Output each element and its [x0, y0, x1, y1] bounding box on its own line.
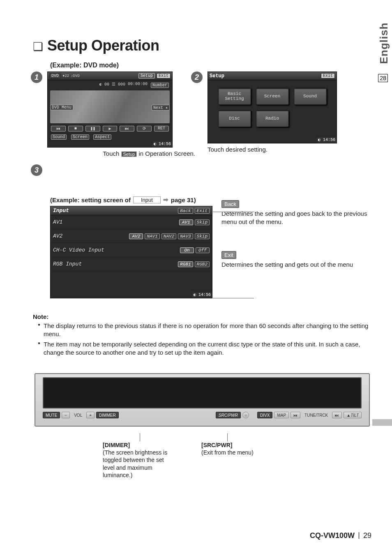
- av2-skip-button[interactable]: Skip: [195, 233, 210, 239]
- screen-tile[interactable]: Screen: [256, 88, 289, 105]
- aspect-button[interactable]: Aspect: [93, 134, 111, 140]
- device-front-panel: MUTE − VOL + DIMMER SRC/PWR ○ DIVX MAP ⏮…: [35, 373, 370, 427]
- sound-tile[interactable]: Sound: [294, 88, 327, 105]
- chc-label: CH-C Video Input: [53, 247, 104, 253]
- note-dvd-icon: ♪DVD: [71, 74, 80, 78]
- input-title: Input: [53, 208, 69, 214]
- av2-av2-button[interactable]: AV2: [129, 233, 143, 239]
- setup-exit-button[interactable]: Exit: [321, 73, 335, 78]
- clock-3: ◐ 14:56: [192, 292, 212, 298]
- vol-up-button[interactable]: +: [86, 412, 95, 418]
- page-number: 29: [363, 531, 371, 540]
- mute-button[interactable]: MUTE: [43, 412, 60, 418]
- input-exit-button[interactable]: Exit: [195, 208, 210, 214]
- input-setting-screen: Input Back Exit AV1 AV1 Skip: [50, 206, 212, 298]
- chapter-indicator: ◐ 00: [99, 82, 109, 89]
- loop-button[interactable]: ⟳: [137, 126, 152, 132]
- note-block: Note: The display returns to the previou…: [33, 313, 371, 357]
- next-button[interactable]: Next ▸: [152, 105, 170, 111]
- back-description: Determines the setting and goes back to …: [221, 210, 371, 226]
- note-title: Note:: [33, 313, 48, 320]
- rgb-label: RGB Input: [53, 261, 82, 267]
- input-back-button[interactable]: Back: [178, 208, 193, 214]
- play-button[interactable]: ▶: [103, 126, 118, 132]
- page-footer: CQ-VW100W 29: [310, 531, 371, 540]
- prev-track-button[interactable]: ⏮: [51, 126, 66, 132]
- step3-pre: (Example: setting screen of: [50, 196, 131, 203]
- note-item-2: The item may not be temporarily selected…: [38, 340, 371, 357]
- step1-caption: Touch Setup in Operation Screen.: [47, 150, 195, 157]
- clock-2: ◐ 14:56: [317, 137, 337, 143]
- page-title-row: ❏ Setup Operation: [33, 37, 371, 54]
- sound-button[interactable]: Sound: [51, 134, 67, 140]
- next-track-button[interactable]: ⏭: [120, 126, 134, 132]
- vol-down-button[interactable]: −: [62, 412, 70, 418]
- input-box-label: Input: [133, 196, 161, 203]
- src-legend-title: [SRC/PWR]: [201, 441, 254, 449]
- setup-menu-screen: Setup Exit Basic Setting Screen Sound Di…: [208, 72, 337, 143]
- pause-button[interactable]: ❚❚: [85, 126, 100, 132]
- av1-skip-button[interactable]: Skip: [195, 219, 210, 225]
- note-item-1: The display returns to the previous stat…: [38, 322, 371, 339]
- exit-connector-line: [213, 298, 254, 298]
- tune-prev-button[interactable]: ⏮: [291, 412, 300, 418]
- step2-caption: Touch desired setting.: [208, 146, 349, 153]
- title-indicator: ☰ 000: [112, 82, 125, 89]
- src-leader-line: [227, 433, 228, 441]
- step-badge-3: 3: [31, 164, 42, 176]
- oss-indicator: ●22: [62, 74, 69, 78]
- time-indicator: 00:00:00: [128, 82, 148, 89]
- dvd-label: DVD: [49, 73, 61, 78]
- basic-setting-tile[interactable]: Basic Setting: [218, 88, 251, 105]
- back-tag: Back: [221, 200, 239, 208]
- number-button[interactable]: Number: [151, 83, 169, 88]
- vol-label: VOL: [71, 412, 85, 418]
- device-lcd: [43, 377, 362, 409]
- step3-header: (Example: setting screen of Input ➡ page…: [50, 196, 212, 203]
- av2-nav1-button[interactable]: NAV1: [145, 233, 159, 239]
- setup-title: Setup: [210, 73, 224, 79]
- page-title: Setup Operation: [47, 37, 159, 54]
- map-button[interactable]: MAP: [274, 412, 289, 418]
- toc-page-box: 28: [378, 74, 388, 82]
- av2-nav2-button[interactable]: NAV2: [161, 233, 176, 239]
- tilt-button[interactable]: ▲TILT: [344, 412, 362, 418]
- chc-off-button[interactable]: Off: [196, 247, 210, 253]
- dvd-menu-button[interactable]: DVD Menu: [50, 105, 73, 110]
- dimmer-legend-text: (The screen brightness is toggled betwee…: [103, 449, 177, 479]
- step-badge-1: 1: [31, 72, 42, 83]
- title-bullet-icon: ❏: [33, 40, 43, 53]
- dimmer-leader-line: [140, 433, 140, 441]
- cap1-pre: Touch: [103, 150, 121, 157]
- divx-button[interactable]: DIVX: [257, 412, 272, 418]
- src-pwr-button[interactable]: SRC/PWR: [216, 412, 241, 418]
- exit-tag: Exit: [221, 251, 236, 259]
- disc-tile[interactable]: Disc: [218, 110, 251, 127]
- av2-nav3-button[interactable]: NAV3: [178, 233, 193, 239]
- av1-av1-button[interactable]: AV1: [179, 219, 193, 225]
- edge-tab-mark: [372, 419, 392, 426]
- screen-button[interactable]: Screen: [71, 134, 89, 140]
- exit-button[interactable]: Exit: [157, 73, 171, 78]
- eject-round-button[interactable]: ○: [242, 412, 249, 418]
- rgb1-button[interactable]: RGB1: [178, 261, 193, 267]
- exit-description: Determines the setting and gets out of t…: [221, 261, 371, 269]
- stop-button[interactable]: ■: [68, 126, 83, 132]
- tune-next-button[interactable]: ⏭: [332, 412, 342, 418]
- back-connector-line: [213, 212, 254, 212]
- cap1-post: in Operation Screen.: [138, 150, 195, 157]
- rgb2-button[interactable]: RGB2: [195, 261, 210, 267]
- setup-button[interactable]: Setup: [138, 73, 155, 78]
- step-badge-2: 2: [191, 72, 203, 83]
- dimmer-button[interactable]: DIMMER: [96, 412, 119, 418]
- cap1-setup-tag: Setup: [121, 151, 137, 157]
- side-tab: English 28: [376, 33, 392, 46]
- return-button[interactable]: RET: [154, 126, 169, 132]
- step3-post: page 31): [171, 196, 196, 203]
- clock-1: ◐ 14:56: [152, 141, 172, 147]
- chc-on-button[interactable]: On: [180, 247, 194, 253]
- radio-tile[interactable]: Radio: [256, 110, 289, 127]
- tune-label: TUNE/TRCK: [302, 412, 330, 418]
- av2-label: AV2: [53, 233, 62, 239]
- model-number: CQ-VW100W: [310, 531, 355, 540]
